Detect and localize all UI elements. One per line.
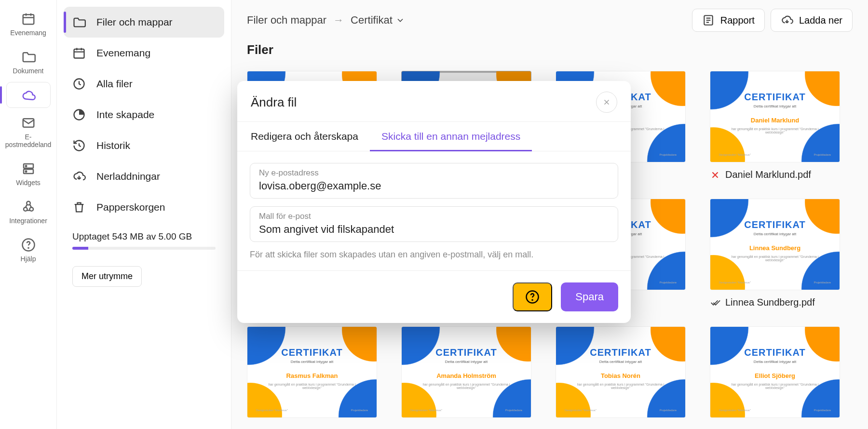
sidebar-item-label: Filer och mappar [96,16,173,28]
calendar-icon [72,46,86,60]
sidebar-item-download[interactable]: Nerladdningar [64,161,224,192]
topbar-actions: Rapport Ladda ner [692,9,853,32]
svg-rect-11 [74,49,84,58]
rail-label: Widgets [16,179,41,187]
file-card[interactable]: CERTIFIKAT Detta certifikat intygar att … [556,326,686,418]
report-button[interactable]: Rapport [692,9,765,32]
sidebar-item-calendar[interactable]: Evenemang [64,38,224,68]
file-name: Daniel Marklund.pdf [725,169,811,180]
rail-label: Integrationer [9,217,47,225]
progress-icon [72,108,86,121]
file-name: Linnea Sundberg.pdf [725,297,815,308]
sidebar-item-label: Historik [96,140,130,151]
clock-icon [72,77,86,91]
help-button[interactable] [513,282,552,311]
file-caption: Daniel Marklund.pdf [710,169,840,180]
svg-point-4 [25,165,27,167]
svg-rect-0 [23,14,34,24]
svg-point-16 [532,300,533,300]
rail-label: Evenemang [10,29,46,37]
rail-item-server[interactable]: Widgets [6,156,51,192]
file-card[interactable]: CERTIFIKAT Detta certifikat intygar att … [710,199,840,308]
file-card[interactable]: CERTIFIKAT Detta certifikat intygar att … [401,326,531,418]
modal-footer: Spara [237,270,631,323]
breadcrumb-current[interactable]: Certifikat [351,14,405,27]
file-thumbnail[interactable]: CERTIFIKAT Detta certifikat intygar att … [710,199,840,290]
help-icon [525,290,540,304]
section-title: Filer [247,42,853,57]
topbar: Filer och mappar → Certifikat Rapport La… [247,8,853,33]
tab-edit-recreate[interactable]: Redigera och återskapa [239,122,370,151]
close-button[interactable] [596,92,617,113]
rail-item-calendar[interactable]: Evenemang [6,6,51,42]
folder-icon [21,50,36,64]
sidebar-item-clock[interactable]: Alla filer [64,68,224,99]
template-hint: För att skicka filer som skapades utan e… [250,250,618,260]
sidebar-item-folder[interactable]: Filer och mappar [64,7,224,38]
sidebar-item-label: Evenemang [96,47,150,59]
template-value: Som angivet vid filskapandet [259,223,609,236]
sidebar-item-label: Alla filer [96,78,133,90]
more-space-button[interactable]: Mer utrymme [72,266,142,287]
calendar-icon [21,12,36,26]
server-icon [21,161,36,176]
folder-icon [72,15,86,29]
rail-item-cloud[interactable] [6,82,51,108]
file-card[interactable]: CERTIFIKAT Detta certifikat intygar att … [710,71,840,180]
history-icon [72,139,86,152]
svg-point-10 [28,247,28,248]
edit-file-modal: Ändra fil Redigera och återskapa Skicka … [237,81,631,323]
email-label: Ny e-postadress [259,168,609,178]
rail-item-webhook[interactable]: Integrationer [6,194,51,230]
email-value: lovisa.oberg@example.se [259,180,609,192]
error-icon [710,170,720,180]
sidebar-item-history[interactable]: Historik [64,130,224,161]
webhook-icon [21,200,36,214]
secondary-sidebar: Filer och mapparEvenemangAlla filerInte … [57,0,231,429]
template-label: Mall för e-post [259,212,609,221]
sidebar-item-label: Papperskorgen [96,201,165,213]
sent-icon [710,297,720,308]
save-button[interactable]: Spara [561,282,618,311]
file-thumbnail[interactable]: CERTIFIKAT Detta certifikat intygar att … [710,71,840,162]
file-card[interactable]: CERTIFIKAT Detta certifikat intygar att … [710,326,840,418]
rail-item-help[interactable]: Hjälp [6,232,51,268]
sidebar-item-progress[interactable]: Inte skapade [64,99,224,130]
storage-text: Upptaget 543 MB av 5.00 GB [72,231,192,241]
breadcrumb-root[interactable]: Filer och mappar [247,14,326,27]
report-icon [702,14,715,27]
modal-header: Ändra fil [237,81,631,121]
cloud-icon [21,88,36,103]
file-thumbnail[interactable]: CERTIFIKAT Detta certifikat intygar att … [247,326,377,418]
close-icon [602,98,611,107]
download-button[interactable]: Ladda ner [771,9,853,32]
download-icon [72,170,86,183]
template-field[interactable]: Mall för e-post Som angivet vid filskapa… [250,206,618,242]
file-thumbnail[interactable]: CERTIFIKAT Detta certifikat intygar att … [710,326,840,418]
file-thumbnail[interactable]: CERTIFIKAT Detta certifikat intygar att … [556,326,686,418]
mail-icon [21,116,36,130]
file-thumbnail[interactable]: CERTIFIKAT Detta certifikat intygar att … [401,326,531,418]
chevron-right-icon: → [333,14,344,27]
file-caption: Linnea Sundberg.pdf [710,297,840,308]
svg-point-5 [25,171,27,173]
rail-label: Dokument [13,67,44,75]
storage-bar [72,247,216,250]
rail-label: Hjälp [21,255,36,263]
help-icon [21,238,36,252]
sidebar-item-label: Nerladdningar [96,171,160,182]
primary-nav-rail: EvenemangDokumentE-postmeddelandWidgetsI… [0,0,57,429]
sidebar-item-trash[interactable]: Papperskorgen [64,192,224,223]
rail-item-folder[interactable]: Dokument [6,44,51,80]
tab-send-email[interactable]: Skicka till en annan mejladress [370,122,532,151]
sidebar-item-label: Inte skapade [96,109,154,121]
rail-label: E-postmeddeland [5,133,52,149]
storage-usage: Upptaget 543 MB av 5.00 GB [64,223,224,258]
trash-icon [72,201,86,214]
file-card[interactable]: CERTIFIKAT Detta certifikat intygar att … [247,326,377,418]
modal-body: Ny e-postadress lovisa.oberg@example.se … [237,151,631,270]
download-cloud-icon [781,14,793,27]
rail-item-mail[interactable]: E-postmeddeland [6,110,51,154]
email-field[interactable]: Ny e-postadress lovisa.oberg@example.se [250,163,618,199]
modal-tabs: Redigera och återskapa Skicka till en an… [237,121,631,151]
